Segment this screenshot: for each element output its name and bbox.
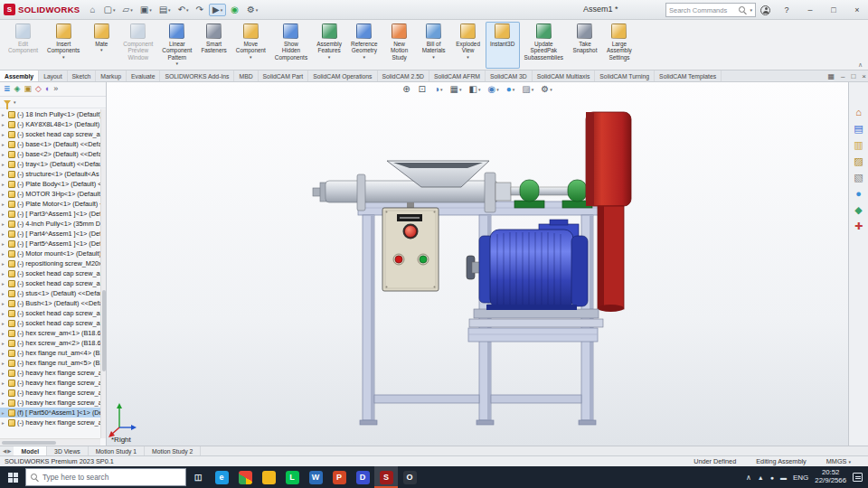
open-icon[interactable]: ▱ ▾ [119, 5, 135, 15]
new-motion-study-button[interactable]: New Motion Study [382, 22, 417, 69]
expand-arrow-icon[interactable]: ▸ [2, 400, 8, 406]
dimxpertmanager-tab-icon[interactable]: ◇ [35, 85, 42, 93]
design-library-icon[interactable]: ▥ [854, 140, 863, 150]
expand-arrow-icon[interactable]: ▸ [2, 172, 8, 177]
ribbon-tab[interactable]: SolidCAM Turning [595, 70, 655, 81]
model-tab[interactable]: 3D Views [47, 446, 89, 455]
tree-item[interactable]: ▸ (-) heavy hex flange screw_am... [0, 388, 106, 398]
tree-item[interactable]: ▸ (-) KAY8X8L48<1> (Default) <... [0, 119, 106, 129]
ribbon-tab[interactable]: SolidCAM Part [259, 70, 309, 81]
expand-arrow-icon[interactable]: ▸ [2, 341, 8, 346]
expand-arrow-icon[interactable]: ▸ [2, 182, 8, 187]
file-explorer-pane-icon[interactable]: ▨ [854, 156, 863, 166]
view-palette-icon[interactable]: ▧ [854, 173, 863, 183]
tree-item[interactable]: ▸ (-) hex flange nut_am<4> (B18... [0, 348, 106, 358]
hide-show-items-icon[interactable]: ◉ ▾ [486, 84, 501, 95]
tray-expand-icon[interactable]: ∧ [746, 474, 751, 482]
undo-icon[interactable]: ↶ ▾ [175, 5, 192, 15]
expand-arrow-icon[interactable]: ▸ [2, 211, 8, 217]
ribbon-tab[interactable]: SolidCAM Operations [308, 70, 377, 81]
rebuild-icon[interactable]: ◉ [228, 5, 242, 15]
update-speedpak-button[interactable]: Update SpeedPak Subassemblies [520, 22, 568, 69]
model-tab[interactable]: Model [14, 446, 47, 455]
expand-arrow-icon[interactable]: ▸ [2, 420, 8, 426]
language-indicator[interactable]: ENG [793, 474, 808, 482]
home-icon[interactable]: ⌂ [87, 5, 99, 15]
tree-item[interactable]: ▸ (-) socket head cap screw_am... [0, 129, 106, 139]
ribbon-tab[interactable]: Markup [96, 70, 127, 81]
expand-panel-tabs-icon[interactable]: » [53, 85, 58, 93]
configurationmanager-tab-icon[interactable]: ▣ [24, 85, 32, 93]
tray-icon[interactable]: ▲ [758, 474, 764, 481]
tree-item[interactable]: ▸ (-) Plate Body<1> (Default) <<... [0, 179, 106, 189]
scrollbar-thumb[interactable] [102, 290, 107, 371]
tree-item[interactable]: ▸ (-) socket head cap screw_am... [0, 278, 106, 288]
tree-item[interactable]: ▸ (-) base<1> (Default) <<Defau... [0, 139, 106, 149]
tree-horizontal-scrollbar[interactable] [0, 438, 100, 446]
expand-arrow-icon[interactable]: ▸ [2, 301, 8, 306]
exploded-view-button[interactable]: Exploded View ▾ [451, 22, 486, 69]
tree-item[interactable]: ▸ (-) hex flange nut_am<5> (B18... [0, 358, 106, 368]
tree-item[interactable]: ▸ (-) hex screw_am<2> (B18.6.7M... [0, 338, 106, 348]
assembly-features-button[interactable]: Assembly Features ▾ [312, 22, 346, 69]
maximize-button[interactable]: □ [826, 5, 841, 14]
tree-item[interactable]: ▸ (-) MOTOR 3Hp<1> (Default) -... [0, 189, 106, 199]
expand-arrow-icon[interactable]: ▸ [2, 192, 8, 197]
tree-vertical-scrollbar[interactable] [100, 109, 106, 438]
tree-item[interactable]: ▸ (-) socket head cap screw_am... [0, 308, 106, 318]
expand-arrow-icon[interactable]: ▸ [2, 291, 8, 296]
propertymanager-tab-icon[interactable]: ◈ [14, 85, 21, 93]
close-button[interactable]: × [850, 5, 864, 14]
smart-fasteners-button[interactable]: Smart Fasteners [196, 22, 231, 69]
solidworks-resources-icon[interactable]: ▤ [854, 124, 863, 134]
zoom-fit-icon[interactable]: ⊕ [401, 84, 412, 95]
tab-nav-arrow-icon[interactable]: ▶ [7, 448, 11, 454]
file-explorer-icon[interactable] [257, 466, 280, 488]
chevron-down-icon[interactable]: ▾ [750, 7, 752, 13]
tree-item[interactable]: ▸ (-) heavy hex flange screw_am... [0, 418, 106, 427]
tray-icon[interactable]: ▬ [780, 474, 787, 481]
insert-components-button[interactable]: Insert Components ▾ [42, 22, 84, 69]
expand-pane-icon[interactable]: ▦ [827, 73, 835, 80]
expand-arrow-icon[interactable]: ▸ [2, 261, 8, 267]
line-app-icon[interactable]: L [280, 466, 304, 488]
user-account-icon[interactable] [760, 5, 770, 15]
take-snapshot-button[interactable]: Take Snapshot [568, 22, 602, 69]
filter-icon[interactable] [4, 100, 11, 105]
displaymanager-tab-icon[interactable]: ◐ [45, 85, 50, 93]
tree-item[interactable]: ▸ (-) socket head cap screw_am... [0, 318, 106, 328]
tab-nav-arrow-icon[interactable]: ◀ [3, 448, 6, 454]
reference-geometry-button[interactable]: Reference Geometry ▾ [346, 22, 382, 69]
expand-arrow-icon[interactable]: ▸ [2, 331, 8, 336]
expand-arrow-icon[interactable]: ▸ [2, 271, 8, 277]
new-document-icon[interactable]: ▢ ▾ [101, 5, 118, 15]
ribbon-tab[interactable]: MBD [234, 70, 258, 81]
expand-arrow-icon[interactable]: ▸ [2, 202, 8, 207]
discord-icon[interactable]: D [351, 466, 374, 488]
tree-item[interactable]: ▸ (-) [ Part3^Assem1 ]<1> (Defa... [0, 209, 106, 219]
tree-item[interactable]: ▸ (-) Bush<1> (Default) <<Defau... [0, 298, 106, 308]
graphics-viewport[interactable]: ⊕ ⊡ ◑ ▾ ▦ ▾ [107, 82, 848, 446]
task-view-icon[interactable]: ◫ [186, 466, 210, 488]
show-hidden-button[interactable]: Show Hidden Components [270, 22, 312, 69]
minimize-doc-icon[interactable]: – [841, 73, 844, 80]
expand-arrow-icon[interactable]: ▸ [2, 152, 8, 157]
tree-item[interactable]: ▸ (-) heavy hex flange screw_am... [0, 398, 106, 408]
ribbon-tab[interactable]: Sketch [68, 70, 97, 81]
tree-item[interactable]: ▸ (-) [ Part4^Assem1 ]<1> (Defa... [0, 229, 106, 239]
minimize-button[interactable]: – [803, 5, 817, 14]
chevron-down-icon[interactable]: ▾ [14, 99, 16, 105]
start-button[interactable] [0, 466, 25, 488]
display-style-icon[interactable]: ◧ ▾ [467, 84, 483, 95]
status-item[interactable]: Under Defined [693, 457, 738, 465]
ribbon-tab[interactable]: Layout [39, 70, 67, 81]
chrome-icon[interactable] [233, 466, 257, 488]
expand-arrow-icon[interactable]: ▸ [2, 231, 8, 237]
ribbon-tab[interactable]: SolidCAM 2.5D [378, 70, 429, 81]
status-item[interactable]: MMGS ▾ [826, 457, 851, 465]
expand-arrow-icon[interactable]: ▸ [2, 132, 8, 137]
edit-component-button[interactable]: Edit Component [4, 22, 42, 69]
appearances-icon[interactable]: ● [855, 189, 862, 199]
model-tab[interactable]: Motion Study 1 [89, 446, 145, 455]
assembly-3d-model[interactable] [107, 82, 848, 446]
